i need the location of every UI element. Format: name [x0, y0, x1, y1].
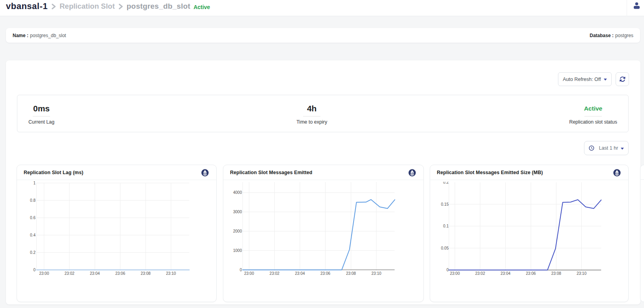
svg-text:23:06: 23:06: [115, 271, 125, 276]
svg-text:23:04: 23:04: [90, 271, 100, 276]
svg-text:23:10: 23:10: [577, 271, 586, 276]
svg-text:23:08: 23:08: [140, 271, 150, 276]
svg-text:23:02: 23:02: [64, 271, 74, 276]
svg-text:23:00: 23:00: [39, 271, 49, 276]
svg-text:23:04: 23:04: [500, 271, 510, 276]
svg-text:23:10: 23:10: [371, 271, 381, 276]
svg-text:23:04: 23:04: [295, 271, 305, 276]
svg-text:0.2: 0.2: [30, 250, 36, 255]
svg-text:0.8: 0.8: [30, 198, 36, 203]
svg-text:23:06: 23:06: [320, 271, 330, 276]
svg-text:2000: 2000: [233, 229, 242, 233]
svg-text:23:08: 23:08: [346, 271, 356, 276]
svg-text:0.4: 0.4: [30, 233, 36, 237]
svg-text:1: 1: [33, 181, 36, 185]
svg-text:23:00: 23:00: [450, 271, 460, 276]
svg-text:0: 0: [446, 268, 449, 272]
svg-text:23:02: 23:02: [270, 271, 279, 276]
svg-text:23:02: 23:02: [475, 271, 485, 276]
svg-text:23:06: 23:06: [526, 271, 536, 276]
svg-text:3000: 3000: [233, 210, 242, 214]
svg-text:0: 0: [33, 268, 36, 272]
svg-text:0.1: 0.1: [443, 224, 449, 228]
svg-text:0.05: 0.05: [441, 246, 449, 250]
svg-text:1000: 1000: [233, 248, 242, 253]
svg-text:23:10: 23:10: [166, 271, 176, 276]
svg-text:0.2: 0.2: [443, 180, 449, 184]
svg-text:23:08: 23:08: [551, 271, 561, 276]
svg-text:4000: 4000: [233, 190, 242, 195]
svg-text:0.6: 0.6: [30, 216, 36, 220]
svg-text:0.15: 0.15: [441, 202, 449, 207]
svg-text:23:00: 23:00: [244, 271, 254, 276]
svg-text:0: 0: [240, 268, 242, 272]
